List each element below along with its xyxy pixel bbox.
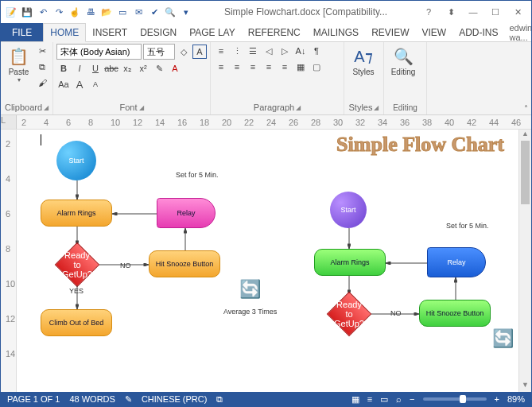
ruler-horizontal[interactable]: L 24681012141618202224262830323436384042… — [1, 115, 531, 130]
zoom-in-button[interactable]: + — [495, 394, 499, 404]
scroll-thumb[interactable] — [521, 141, 530, 204]
align-right-button[interactable]: ≡ — [246, 60, 260, 74]
maximize-button[interactable]: ☐ — [485, 4, 506, 20]
document-area[interactable]: Simple Flow Chart Start Alarm Rings Rela… — [17, 130, 518, 392]
find-icon[interactable]: 🔍 — [163, 5, 177, 19]
email-icon[interactable]: ✉ — [131, 5, 146, 19]
qat-dropdown-icon[interactable]: ▾ — [179, 5, 193, 19]
svg-marker-15 — [386, 262, 390, 265]
zoom-knob[interactable] — [460, 395, 466, 403]
char-border-button[interactable]: A — [192, 45, 207, 59]
help-button[interactable]: ? — [418, 4, 439, 20]
user-menu[interactable]: edwin wa... ▾ — [504, 23, 532, 41]
left-climb-node: Climb Out of Bed — [41, 309, 112, 336]
user-name: edwin wa... — [509, 23, 532, 42]
numbering-button[interactable]: ⋮ — [230, 44, 244, 58]
group-paragraph: ≡ ⋮ ☰ ◁ ▷ A↓ ¶ ≡ ≡ ≡ ≡ ≡ ▦ ▢ — [211, 42, 344, 114]
right-relay-node: Relay — [427, 247, 486, 277]
tab-addins[interactable]: ADD-INS — [452, 23, 504, 41]
left-start-node: Start — [56, 141, 96, 180]
justify-button[interactable]: ≡ — [262, 60, 276, 74]
group-styles: A⁊ Styles Styles◢ — [344, 42, 384, 114]
open-icon[interactable]: 📂 — [99, 5, 114, 19]
change-case-button[interactable]: Aa — [56, 77, 71, 91]
styles-launcher-icon[interactable]: ◢ — [374, 104, 379, 111]
tab-view[interactable]: VIEW — [415, 23, 452, 41]
scroll-up-icon[interactable]: ▲ — [519, 130, 531, 141]
touch-icon[interactable]: ☝ — [68, 5, 82, 19]
ruler-vertical[interactable]: 2468101214 — [1, 130, 17, 392]
font-launcher-icon[interactable]: ◢ — [139, 104, 144, 111]
zoom-out-button[interactable]: − — [410, 394, 414, 404]
bullets-button[interactable]: ≡ — [214, 44, 228, 58]
recycle-icon-right: 🔄 — [492, 328, 514, 349]
page-status[interactable]: PAGE 1 OF 1 — [7, 394, 60, 404]
tab-references[interactable]: REFERENC — [242, 23, 307, 41]
format-painter-button[interactable]: 🖌 — [35, 76, 49, 90]
bold-button[interactable]: B — [56, 61, 71, 76]
paragraph-launcher-icon[interactable]: ◢ — [296, 104, 301, 111]
vertical-scrollbar[interactable]: ▲ ▼ — [518, 130, 531, 392]
tab-pagelayout[interactable]: PAGE LAY — [183, 23, 242, 41]
borders-button[interactable]: ▢ — [309, 60, 324, 74]
tab-design[interactable]: DESIGN — [134, 23, 183, 41]
line-spacing-button[interactable]: ≡ — [278, 60, 292, 74]
view-web-button[interactable]: ▭ — [380, 394, 388, 405]
shading-button[interactable]: ▦ — [293, 60, 308, 74]
view-read-button[interactable]: ≡ — [367, 394, 372, 404]
align-center-button[interactable]: ≡ — [230, 60, 244, 74]
minimize-button[interactable]: — — [463, 4, 483, 20]
cut-button[interactable]: ✂ — [35, 44, 49, 58]
clear-format-button[interactable]: ◇ — [177, 45, 191, 59]
spell-icon[interactable]: ✔ — [147, 5, 161, 19]
align-left-button[interactable]: ≡ — [214, 60, 228, 74]
zoom-slider[interactable] — [423, 397, 487, 401]
left-set5-label: Set for 5 Min. — [176, 171, 219, 179]
clipboard-launcher-icon[interactable]: ◢ — [44, 104, 49, 111]
grow-font-button[interactable]: A — [72, 77, 87, 91]
zoom-value[interactable]: 89% — [507, 394, 525, 404]
superscript-button[interactable]: x² — [136, 61, 150, 76]
highlight-button[interactable]: ✎ — [152, 61, 166, 76]
font-name-combo[interactable]: 宋体 (Body Asian) — [56, 44, 142, 60]
undo-icon[interactable]: ↶ — [36, 5, 50, 19]
font-size-combo[interactable]: 五号 — [143, 44, 175, 60]
increase-indent-button[interactable]: ▷ — [278, 44, 292, 58]
font-color-button[interactable]: A — [168, 61, 182, 76]
copy-button[interactable]: ⧉ — [35, 60, 49, 74]
view-outline-button[interactable]: ⌕ — [396, 394, 402, 404]
multilevel-button[interactable]: ☰ — [246, 44, 260, 58]
close-button[interactable]: ✕ — [507, 4, 528, 20]
language-status[interactable]: CHINESE (PRC) — [142, 394, 208, 404]
sort-button[interactable]: A↓ — [293, 44, 308, 58]
underline-button[interactable]: U — [88, 61, 103, 76]
shrink-font-button[interactable]: A — [88, 77, 103, 91]
italic-button[interactable]: I — [72, 61, 87, 76]
tab-insert[interactable]: INSERT — [86, 23, 134, 41]
tab-review[interactable]: REVIEW — [365, 23, 415, 41]
print-icon[interactable]: 🖶 — [83, 5, 98, 19]
file-tab[interactable]: FILE — [1, 23, 43, 41]
show-marks-button[interactable]: ¶ — [309, 44, 324, 58]
new-icon[interactable]: ▭ — [115, 5, 130, 19]
styles-button[interactable]: A⁊ Styles — [348, 44, 379, 78]
decrease-indent-button[interactable]: ◁ — [262, 44, 276, 58]
tab-home[interactable]: HOME — [43, 23, 86, 42]
strike-button[interactable]: abc — [104, 61, 118, 76]
ribbon-display-button[interactable]: ⬍ — [441, 4, 461, 20]
editing-button[interactable]: 🔍 Editing — [387, 44, 419, 78]
paste-button[interactable]: 📋 Paste ▾ — [4, 44, 33, 85]
word-count[interactable]: 48 WORDS — [69, 394, 115, 404]
right-alarm-node: Alarm Rings — [314, 249, 386, 276]
subscript-button[interactable]: x₂ — [120, 61, 134, 76]
redo-icon[interactable]: ↷ — [52, 5, 66, 19]
left-snooze-node: Hit Snooze Button — [149, 250, 220, 277]
proof-icon[interactable]: ✎ — [125, 394, 132, 405]
view-print-button[interactable]: ▦ — [351, 394, 359, 405]
collapse-ribbon-button[interactable]: ˄ — [524, 104, 528, 113]
save-icon[interactable]: 💾 — [20, 5, 34, 19]
ribbon: 📋 Paste ▾ ✂ ⧉ 🖌 Clipboard◢ 宋体 (Body Asia… — [1, 42, 531, 115]
macro-icon[interactable]: ⧉ — [216, 394, 223, 405]
tab-mailings[interactable]: MAILINGS — [307, 23, 365, 41]
scroll-down-icon[interactable]: ▼ — [519, 381, 531, 392]
